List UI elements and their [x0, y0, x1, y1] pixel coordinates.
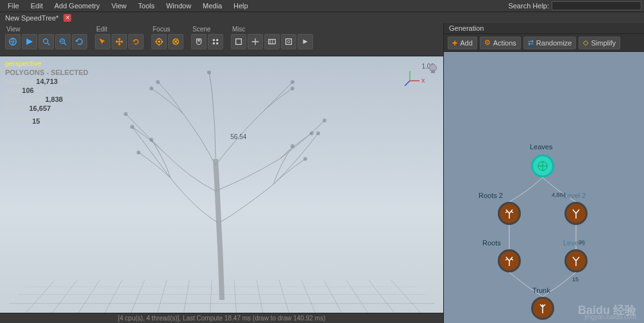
group-focus-label: Focus: [151, 26, 183, 33]
node-level2[interactable]: [564, 202, 588, 225]
bones-row: # bones:15: [5, 117, 89, 126]
shuffle-icon: ⇄: [528, 38, 534, 47]
misc-b-button[interactable]: [248, 34, 263, 49]
node-leaves[interactable]: [531, 154, 554, 178]
group-edit-label: Edit: [95, 26, 144, 33]
menu-tools[interactable]: Tools: [133, 1, 160, 11]
viewport[interactable]: perspective POLYGONS - SELECTED branches…: [0, 56, 443, 313]
plus-icon: +: [452, 38, 457, 48]
svg-rect-12: [286, 39, 292, 45]
view-zoom-button[interactable]: [38, 34, 54, 49]
edit-move-button[interactable]: [112, 34, 127, 49]
height-marker: 56.54: [230, 133, 246, 140]
generation-panel: Generation +Add ⚙Actions ⇄Randomize ◇Sim…: [443, 23, 644, 323]
panel-header: Generation: [444, 23, 644, 34]
svg-point-7: [216, 39, 219, 42]
node-label-level1: Level 1: [563, 239, 586, 247]
statusbar: [4 cpu(s), 4 thread(s)], Last Compute 18…: [0, 313, 443, 323]
stat-row: branches:14,713 tris: [5, 77, 89, 86]
stat-row: leaf meshes:1,838 tris: [5, 95, 89, 104]
svg-point-8: [213, 42, 216, 45]
svg-point-24: [149, 138, 153, 142]
menu-media[interactable]: Media: [198, 1, 227, 11]
svg-point-23: [137, 151, 140, 154]
svg-point-16: [156, 80, 160, 84]
node-edges: [444, 52, 644, 323]
close-document-button[interactable]: ×: [64, 14, 71, 22]
svg-point-19: [291, 80, 294, 84]
tree-model: [87, 63, 357, 306]
randomize-button[interactable]: ⇄Randomize: [523, 37, 577, 49]
viewport-label: perspective: [5, 59, 89, 68]
node-roots2[interactable]: [498, 202, 521, 225]
scene-cluster-button[interactable]: [208, 34, 223, 49]
node-trunk[interactable]: [531, 297, 554, 320]
group-scene-label: Scene: [191, 26, 223, 33]
view-globe-button[interactable]: [5, 34, 21, 49]
stat-row: caps:106 tris: [5, 86, 89, 95]
toolbar: View Edit Focus: [0, 23, 443, 56]
menu-file[interactable]: File: [3, 1, 24, 11]
svg-point-26: [291, 144, 294, 148]
menu-view[interactable]: View: [106, 1, 132, 11]
document-title: New SpeedTree*: [5, 14, 58, 22]
svg-rect-11: [269, 40, 276, 44]
node-label-level2: Level 2: [563, 192, 586, 199]
menu-add-geometry[interactable]: Add Geometry: [49, 1, 105, 11]
svg-point-28: [130, 125, 134, 129]
actions-button[interactable]: ⚙Actions: [480, 37, 521, 49]
svg-point-9: [216, 42, 219, 45]
node-label-leaves: Leaves: [530, 143, 552, 151]
edit-select-button[interactable]: [95, 34, 110, 49]
misc-a-button[interactable]: [231, 34, 246, 49]
svg-point-17: [149, 87, 153, 90]
view-arrow-button[interactable]: [22, 34, 37, 49]
svg-point-20: [316, 131, 320, 135]
focus-target-button[interactable]: [151, 34, 167, 49]
node-level1[interactable]: [564, 249, 588, 272]
svg-point-15: [124, 112, 128, 116]
svg-point-6: [213, 39, 216, 42]
stats-header: POLYGONS - SELECTED: [5, 68, 89, 77]
menubar: File Edit Add Geometry View Tools Window…: [0, 0, 644, 12]
panel-toolbar: +Add ⚙Actions ⇄Randomize ◇Simplify: [444, 34, 644, 52]
node-label-trunk: Trunk: [532, 286, 550, 294]
node-label-roots2: Roots 2: [479, 192, 503, 199]
panel-title: Generation: [449, 24, 484, 32]
focus-cancel-button[interactable]: [168, 34, 183, 49]
search-label: Search Help:: [508, 2, 549, 10]
menu-help[interactable]: Help: [228, 1, 253, 11]
misc-next-button[interactable]: [298, 34, 313, 49]
group-view-label: View: [5, 26, 87, 33]
svg-point-25: [303, 157, 307, 161]
search-help: Search Help:: [508, 1, 641, 10]
add-button[interactable]: +Add: [448, 37, 477, 49]
group-misc-label: Misc: [231, 26, 313, 33]
misc-c-button[interactable]: [264, 34, 280, 49]
menu-edit[interactable]: Edit: [26, 1, 48, 11]
misc-d-button[interactable]: [281, 34, 296, 49]
light-icon[interactable]: [427, 62, 439, 77]
simplify-button[interactable]: ◇Simplify: [579, 37, 620, 49]
svg-rect-10: [236, 39, 242, 45]
view-zoomout-button[interactable]: [55, 34, 71, 49]
svg-point-21: [323, 119, 326, 122]
svg-point-27: [207, 70, 211, 74]
scene-magnet-button[interactable]: [191, 34, 207, 49]
watermark-sub: jingyan.baidu.com: [584, 313, 636, 320]
node-roots[interactable]: [498, 249, 521, 272]
search-input[interactable]: [552, 1, 641, 10]
view-refresh-button[interactable]: [72, 34, 87, 49]
svg-point-22: [310, 131, 314, 135]
node-label-roots: Roots: [482, 239, 501, 247]
node-canvas[interactable]: Leaves Roots 2 4,884 Level 2 Roots 96 Le…: [444, 52, 644, 323]
svg-point-13: [287, 40, 290, 43]
diamond-icon: ◇: [583, 38, 588, 47]
stats-overlay: perspective POLYGONS - SELECTED branches…: [5, 59, 89, 126]
titlebar: New SpeedTree* ×: [0, 12, 644, 23]
node-count-level1: 15: [572, 276, 579, 283]
edit-rotate-button[interactable]: [128, 34, 144, 49]
menu-window[interactable]: Window: [161, 1, 196, 11]
svg-rect-30: [431, 70, 435, 73]
stat-row: TOTAL:16,657: [5, 104, 89, 113]
